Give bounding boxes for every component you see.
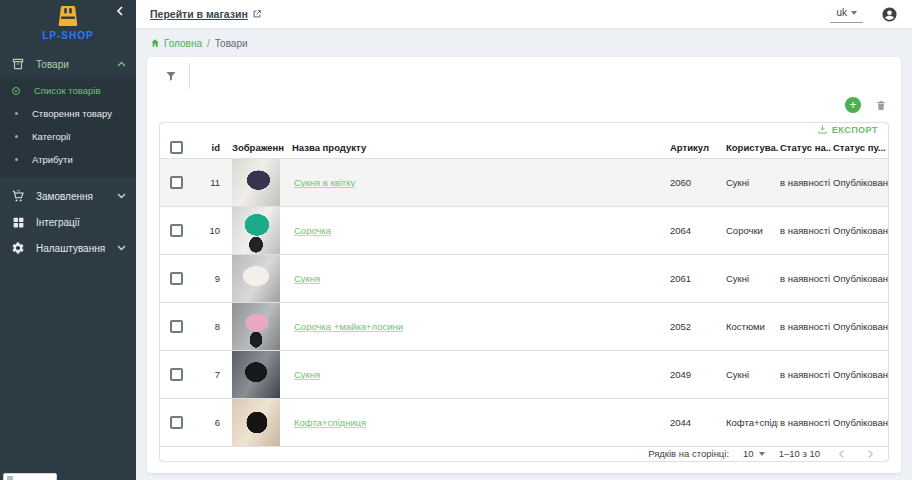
bullet-icon bbox=[15, 135, 18, 138]
row-checkbox[interactable] bbox=[170, 416, 183, 429]
product-thumbnail bbox=[232, 303, 280, 350]
sidebar-item-products[interactable]: Товари bbox=[0, 51, 136, 77]
chevron-up-icon bbox=[117, 61, 126, 67]
chevron-left-icon bbox=[116, 6, 124, 16]
cell-sku: 2060 bbox=[668, 158, 724, 206]
table-body: 11 Сукня в квітку 2060 Сукні в наявності… bbox=[160, 158, 888, 446]
row-checkbox[interactable] bbox=[170, 368, 183, 381]
column-header-publish-status[interactable]: Статус пу... bbox=[831, 137, 888, 159]
product-thumbnail bbox=[232, 207, 280, 254]
export-row: ЕКСПОРТ bbox=[160, 123, 888, 137]
column-header-stock-status[interactable]: Статус на... bbox=[778, 137, 831, 159]
radio-selected-icon bbox=[12, 87, 20, 95]
rows-per-page-select[interactable]: 10 bbox=[743, 448, 765, 459]
product-name-link[interactable]: Сукня в квітку bbox=[286, 177, 355, 188]
sidebar-item-create-product[interactable]: Створення товару bbox=[0, 102, 136, 125]
cell-publish-status: Опубліковано bbox=[831, 206, 888, 254]
cell-publish-status: Опубліковано bbox=[831, 302, 888, 350]
account-button[interactable] bbox=[881, 6, 898, 23]
row-checkbox[interactable] bbox=[170, 320, 183, 333]
topbar: Перейти в магазин uk bbox=[136, 0, 912, 29]
chevron-down-icon bbox=[117, 193, 126, 199]
column-header-id[interactable]: id bbox=[196, 137, 224, 159]
cell-stock-status: в наявності bbox=[778, 254, 831, 302]
cell-stock-status: в наявності bbox=[778, 350, 831, 398]
cell-id: 6 bbox=[196, 398, 224, 446]
cell-category: Сукні bbox=[724, 158, 778, 206]
export-button[interactable]: ЕКСПОРТ bbox=[817, 124, 878, 135]
funnel-icon bbox=[165, 70, 177, 82]
cell-sku: 2061 bbox=[668, 254, 724, 302]
chevron-down-icon bbox=[117, 245, 126, 251]
filter-toolbar bbox=[147, 57, 901, 95]
go-to-store-link[interactable]: Перейти в магазин bbox=[150, 8, 262, 20]
language-select[interactable]: uk bbox=[830, 5, 863, 23]
cell-stock-status: в наявності bbox=[778, 398, 831, 446]
cell-sku: 2049 bbox=[668, 350, 724, 398]
cell-stock-status: в наявності bbox=[778, 302, 831, 350]
product-name-link[interactable]: Кофта+спідниця bbox=[286, 417, 366, 428]
external-link-icon bbox=[252, 9, 262, 19]
sidebar-item-product-list[interactable]: Список товарів bbox=[0, 79, 136, 102]
shopping-bag-logo-icon bbox=[57, 4, 79, 28]
row-checkbox[interactable] bbox=[170, 176, 183, 189]
trash-icon bbox=[875, 99, 887, 112]
select-all-checkbox[interactable] bbox=[170, 141, 183, 154]
cell-id: 8 bbox=[196, 302, 224, 350]
delete-button[interactable] bbox=[875, 99, 887, 112]
sidebar-item-integrations[interactable]: Інтеграції bbox=[0, 209, 136, 235]
caret-down-icon bbox=[851, 11, 857, 15]
table-row[interactable]: 8 Сорочка +майка+лосини 2052 Костюми в н… bbox=[160, 302, 888, 350]
table-row[interactable]: 10 Сорочка 2064 Сорочки в наявності Опуб… bbox=[160, 206, 888, 254]
toolbar-divider bbox=[189, 63, 190, 89]
cell-id: 7 bbox=[196, 350, 224, 398]
column-header-image: Зображення bbox=[224, 137, 284, 159]
cell-publish-status: Опубліковано bbox=[831, 398, 888, 446]
column-header-name[interactable]: Назва продукту bbox=[284, 137, 668, 159]
cell-category: Сорочки bbox=[724, 206, 778, 254]
bullet-icon bbox=[15, 158, 18, 161]
prev-page-button[interactable] bbox=[834, 449, 849, 459]
gear-icon bbox=[10, 240, 26, 256]
product-name-link[interactable]: Сукня bbox=[286, 273, 320, 284]
download-icon bbox=[817, 124, 828, 135]
main-area: Перейти в магазин uk bbox=[136, 0, 912, 480]
product-name-link[interactable]: Сукня bbox=[286, 369, 320, 380]
product-name-link[interactable]: Сорочка bbox=[286, 225, 331, 236]
add-product-button[interactable]: + bbox=[845, 97, 861, 113]
cell-category: Сукні bbox=[724, 350, 778, 398]
sidebar-item-orders[interactable]: Замовлення bbox=[0, 183, 136, 209]
sidebar-item-settings[interactable]: Налаштування bbox=[0, 235, 136, 261]
product-thumbnail bbox=[232, 159, 280, 206]
table-row[interactable]: 9 Сукня 2061 Сукні в наявності Опубліков… bbox=[160, 254, 888, 302]
cell-stock-status: в наявності bbox=[778, 158, 831, 206]
sidebar-item-attributes[interactable]: Атрибути bbox=[0, 148, 136, 171]
filter-button[interactable] bbox=[163, 68, 179, 84]
cell-stock-status: в наявності bbox=[778, 206, 831, 254]
sidebar-collapse-button[interactable] bbox=[114, 4, 126, 18]
table-row[interactable]: 11 Сукня в квітку 2060 Сукні в наявності… bbox=[160, 158, 888, 206]
sidebar: LP-SHOP Товари Список товарів Ств bbox=[0, 0, 136, 480]
table-row[interactable]: 7 Сукня 2049 Сукні в наявності Опубліков… bbox=[160, 350, 888, 398]
next-page-button[interactable] bbox=[863, 449, 878, 459]
breadcrumb-home-link[interactable]: Головна bbox=[150, 38, 202, 49]
chevron-right-icon bbox=[867, 449, 874, 459]
column-header-category[interactable]: Користува... bbox=[724, 137, 778, 159]
row-checkbox[interactable] bbox=[170, 272, 183, 285]
breadcrumb-separator: / bbox=[207, 38, 210, 49]
cell-category: Костюми bbox=[724, 302, 778, 350]
shopping-cart-icon bbox=[10, 188, 26, 204]
table-actions: + bbox=[147, 95, 901, 115]
cell-sku: 2052 bbox=[668, 302, 724, 350]
table-row[interactable]: 6 Кофта+спідниця 2044 Кофта+спідниці в н… bbox=[160, 398, 888, 446]
sidebar-nav: Товари Список товарів Створення товару К… bbox=[0, 51, 136, 261]
product-name-link[interactable]: Сорочка +майка+лосини bbox=[286, 321, 403, 332]
table-header-row: id Зображення Назва продукту Артикул Кор… bbox=[160, 137, 888, 159]
row-checkbox[interactable] bbox=[170, 224, 183, 237]
cell-id: 11 bbox=[196, 158, 224, 206]
sidebar-item-categories[interactable]: Категорії bbox=[0, 125, 136, 148]
breadcrumb-current: Товари bbox=[215, 38, 248, 49]
pagination: Рядків на сторінці: 10 1–10 з 10 bbox=[160, 446, 888, 461]
bullet-icon bbox=[15, 112, 18, 115]
column-header-sku[interactable]: Артикул bbox=[668, 137, 724, 159]
